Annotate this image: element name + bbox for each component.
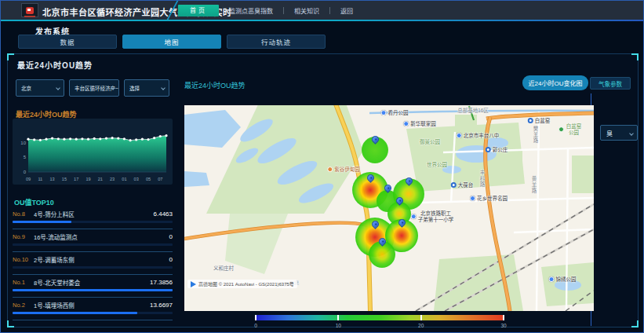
svg-text:17: 17 — [74, 177, 78, 181]
rank-value: 0 — [169, 256, 173, 263]
colorbar-legend: 0102030 — [256, 315, 504, 320]
map-poi-text: 樊羊路 — [532, 126, 538, 145]
svg-text:07: 07 — [158, 177, 162, 181]
map-poi-label: 丰科路 — [478, 170, 485, 188]
colorbar-tick — [255, 315, 257, 320]
top-bar: 北京市丰台区循环经济产业园大气恶臭状况实时 首页 监测点恶臭指数 相关知识 返回 — [1, 1, 643, 20]
rank-site-name: 4号-筛分上料区 — [34, 210, 154, 218]
svg-text:23: 23 — [110, 177, 115, 181]
svg-text:0: 0 — [24, 170, 27, 174]
nav-knowledge[interactable]: 相关知识 — [284, 6, 329, 15]
colorbar-tick — [503, 315, 504, 320]
rank-bar — [13, 221, 173, 223]
map-poi-label: 北京铁路职工 子弟第十一小学 — [411, 210, 454, 223]
colorbar-tick — [420, 315, 422, 320]
rank-row[interactable]: No.102号-调蓄场东侧0 — [13, 252, 173, 275]
park-select[interactable]: 丰台区循环经济产~ — [69, 79, 119, 97]
colorbar-tick-label: 0 — [254, 323, 257, 328]
main-nav: 首页 监测点恶臭指数 相关知识 返回 — [178, 1, 363, 20]
map-poi-text: 北京铁路职工 子弟第十一小学 — [418, 210, 454, 223]
panel-corner — [7, 53, 14, 60]
orange-poi-icon — [327, 166, 333, 172]
map-poi-text: 锦绣公园 — [556, 276, 577, 283]
map-poi-text: 郭公庄 — [493, 147, 508, 153]
svg-text:03: 03 — [134, 177, 139, 181]
map-poi-text: 义和庄村 — [213, 265, 234, 272]
rank-bar — [13, 312, 173, 314]
panel-corner — [7, 320, 14, 328]
app-logo — [21, 3, 38, 17]
svg-text:21: 21 — [98, 177, 103, 181]
map-poi-label: 世界公园 — [427, 162, 447, 168]
map-section-label: 最近24小时OU趋势 — [184, 80, 246, 90]
svg-text:13: 13 — [49, 177, 54, 181]
map-poi-text: 新华联家园 — [410, 121, 436, 127]
tab-map[interactable]: 地图 — [122, 35, 221, 49]
svg-text:09: 09 — [26, 177, 31, 181]
metro-poi-icon — [451, 182, 457, 188]
map-poi-label: 樊羊路 — [532, 126, 538, 145]
chevron-down-icon — [161, 86, 166, 90]
park-poi-icon — [558, 127, 564, 133]
amap-logo-icon — [191, 281, 196, 287]
map-poi-label: 紫谷伊甸园 — [327, 166, 360, 173]
map-poi-text: 白盆窑公园 — [566, 123, 582, 136]
nav-home[interactable]: 首页 — [178, 5, 219, 16]
svg-text:5: 5 — [24, 155, 27, 159]
map-poi-label: 看丹公园 — [381, 110, 409, 116]
nav-back[interactable]: 返回 — [330, 6, 363, 15]
map-poi-text: 世界公园 — [427, 162, 447, 168]
rank-value: 13.6697 — [150, 302, 173, 309]
rank-site-name: 1号-填埋场西侧 — [34, 301, 150, 309]
metro-poi-icon — [528, 118, 533, 123]
rank-site-name: 2号-调蓄场东侧 — [34, 255, 169, 264]
dashboard-root: 北京市丰台区循环经济产业园大气恶臭状况实时 首页 监测点恶臭指数 相关知识 返回… — [0, 0, 644, 333]
ou-change-map-button[interactable]: 近24小时OU变化图 — [522, 75, 588, 90]
svg-text:10: 10 — [20, 141, 26, 145]
rank-number: No.9 — [13, 233, 34, 240]
panel-title: 最近24小时OU趋势 — [17, 59, 93, 71]
panel-corner — [631, 320, 639, 328]
blue-poi-icon — [411, 214, 417, 220]
map-poi-label: 黄羊路 — [530, 177, 537, 195]
map-poi-label: 御景公园 — [420, 139, 440, 145]
rank-row[interactable]: No.21号-填埋场西侧13.6697 — [13, 298, 173, 320]
header-accent-line — [1, 20, 643, 21]
rank-row[interactable]: No.916号-流动监测点0 — [13, 229, 173, 252]
nav-odor-index[interactable]: 监测点恶臭指数 — [219, 6, 283, 15]
tab-track[interactable]: 行动轨迹 — [227, 35, 326, 49]
pollutant-layer-value: 臭 — [606, 129, 613, 137]
map-canvas[interactable]: 看丹公园总部基地16区新华联家园御景公园世界公园北京市丰台八中郭公庄白盆窑白盆窑… — [184, 105, 594, 311]
tab-data[interactable]: 数据 — [18, 35, 117, 49]
chevron-down-icon — [629, 131, 634, 136]
chevron-down-icon — [56, 86, 60, 90]
blue-poi-icon — [549, 276, 555, 282]
city-select[interactable]: 北京 — [16, 79, 64, 97]
map-poi-text: 北京市丰台八中 — [464, 133, 500, 139]
map-attribution: 高德地图 © 2021 AutoNavi - GS(2021)6375号 — [187, 280, 297, 288]
map-poi-label: 花乡世界名园 — [470, 196, 508, 202]
rank-row[interactable]: No.18号-北天堂村委会17.3856 — [13, 275, 173, 298]
rank-row[interactable]: No.84号-筛分上料区6.4463 — [13, 207, 173, 229]
map-poi-text: 御景公园 — [420, 139, 440, 145]
map-poi-text: 白盆窑 — [535, 118, 551, 124]
rank-bar — [13, 266, 173, 269]
rank-number: No.10 — [13, 256, 34, 263]
blue-poi-icon — [403, 121, 409, 126]
rank-bar — [13, 243, 173, 246]
map-poi-label: 郭公庄 — [486, 147, 508, 153]
rank-value: 6.4463 — [154, 210, 173, 218]
weather-params-button[interactable]: 气象参数 — [590, 77, 631, 90]
pollutant-layer-select[interactable]: 臭 — [600, 125, 638, 141]
svg-text:11: 11 — [38, 177, 42, 181]
map-poi-text: 紫谷伊甸园 — [334, 166, 360, 173]
blue-poi-icon — [457, 133, 462, 138]
site-select[interactable]: 选择 — [124, 79, 169, 97]
logo-icon — [26, 7, 34, 14]
map-poi-text: 看丹公园 — [388, 110, 409, 116]
map-poi-text: 花乡世界名园 — [477, 196, 508, 202]
map-poi-text: 大葆台 — [458, 182, 474, 188]
map-poi-label: 白盆窑公园 — [558, 123, 582, 136]
rank-number: No.8 — [13, 210, 34, 218]
rank-site-name: 16号-流动监测点 — [34, 232, 169, 241]
